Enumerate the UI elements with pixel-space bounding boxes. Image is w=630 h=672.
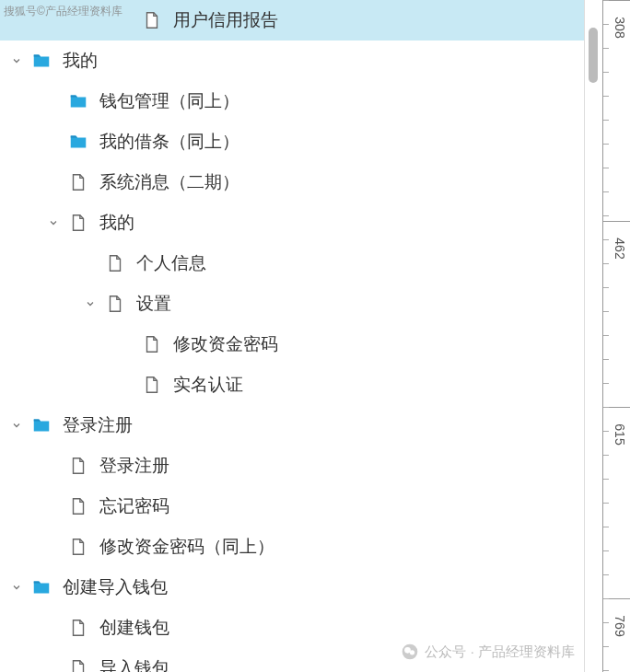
tree-row[interactable]: 钱包管理（同上） xyxy=(0,81,584,122)
folder-icon xyxy=(68,91,88,111)
chevron-down-icon[interactable] xyxy=(7,52,26,70)
ruler: 308462615769 xyxy=(602,0,630,672)
tree-row[interactable]: 修改资金密码（同上） xyxy=(0,527,584,567)
tree-item-label: 系统消息（二期） xyxy=(99,170,239,194)
page-icon xyxy=(68,537,88,557)
tree-item-label: 钱包管理（同上） xyxy=(99,89,239,113)
chevron-down-icon[interactable] xyxy=(7,578,26,597)
watermark-top-left: 搜狐号©产品经理资料库 xyxy=(4,4,122,19)
tree-row[interactable]: 修改资金密码 xyxy=(0,324,584,365)
tree-item-label: 创建导入钱包 xyxy=(63,575,168,599)
page-icon xyxy=(68,496,88,516)
page-icon xyxy=(68,456,88,476)
tree-item-label: 我的借条（同上） xyxy=(99,130,239,154)
page-icon xyxy=(105,294,125,314)
tree-row[interactable]: 登录注册 xyxy=(0,405,584,446)
tree-item-label: 忘记密码 xyxy=(99,494,169,518)
scrollbar-thumb[interactable] xyxy=(589,28,598,83)
tree-item-label: 登录注册 xyxy=(63,413,133,437)
tree-row[interactable]: 我的借条（同上） xyxy=(0,122,584,162)
tree-item-label: 导入钱包 xyxy=(99,656,169,672)
tree-item-label: 修改资金密码 xyxy=(173,332,278,356)
ruler-label: 769 xyxy=(612,615,627,636)
page-icon xyxy=(142,334,162,354)
svg-point-1 xyxy=(405,647,412,654)
tree-row[interactable]: 忘记密码 xyxy=(0,486,584,527)
ruler-label: 462 xyxy=(612,238,627,259)
tree-row[interactable]: 创建导入钱包 xyxy=(0,567,584,608)
page-icon xyxy=(68,172,88,192)
chevron-down-icon[interactable] xyxy=(44,214,63,232)
tree-panel: 用户信用报告我的钱包管理（同上）我的借条（同上）系统消息（二期）我的个人信息设置… xyxy=(0,0,584,672)
tree-item-label: 用户信用报告 xyxy=(173,8,278,32)
main-container: 用户信用报告我的钱包管理（同上）我的借条（同上）系统消息（二期）我的个人信息设置… xyxy=(0,0,630,672)
ruler-tick xyxy=(603,221,630,222)
chevron-down-icon[interactable] xyxy=(7,416,26,434)
tree-row[interactable]: 设置 xyxy=(0,284,584,324)
tree-item-label: 创建钱包 xyxy=(99,616,169,640)
tree-row[interactable]: 个人信息 xyxy=(0,243,584,284)
page-icon xyxy=(68,213,88,233)
tree-item-label: 登录注册 xyxy=(99,454,169,478)
ruler-label: 308 xyxy=(612,17,627,38)
tree-item-label: 实名认证 xyxy=(173,373,243,397)
tree-item-label: 个人信息 xyxy=(136,251,206,275)
svg-point-2 xyxy=(410,650,414,655)
folder-icon xyxy=(31,577,52,597)
tree-item-label: 设置 xyxy=(136,292,171,316)
tree-row[interactable]: 系统消息（二期） xyxy=(0,162,584,203)
scrollbar[interactable] xyxy=(584,0,602,672)
page-icon xyxy=(142,10,162,30)
tree-row[interactable]: 实名认证 xyxy=(0,365,584,405)
page-icon xyxy=(105,253,125,273)
tree-row[interactable]: 登录注册 xyxy=(0,446,584,486)
tree-item-label: 我的 xyxy=(63,49,98,73)
tree-row[interactable]: 我的 xyxy=(0,41,584,81)
watermark-bottom-right: 公众号 · 产品经理资料库 xyxy=(401,643,575,661)
page-icon xyxy=(68,618,88,638)
page-icon xyxy=(142,375,162,395)
folder-icon xyxy=(31,51,52,71)
tree-item-label: 我的 xyxy=(99,211,134,235)
wechat-icon xyxy=(401,643,419,661)
folder-icon xyxy=(68,132,88,152)
ruler-label: 615 xyxy=(612,423,627,445)
watermark-text: 公众号 · 产品经理资料库 xyxy=(425,643,575,661)
tree-row[interactable]: 我的 xyxy=(0,203,584,243)
page-icon xyxy=(68,658,88,672)
chevron-down-icon[interactable] xyxy=(81,295,99,313)
tree-item-label: 修改资金密码（同上） xyxy=(99,535,274,559)
folder-icon xyxy=(31,415,52,435)
